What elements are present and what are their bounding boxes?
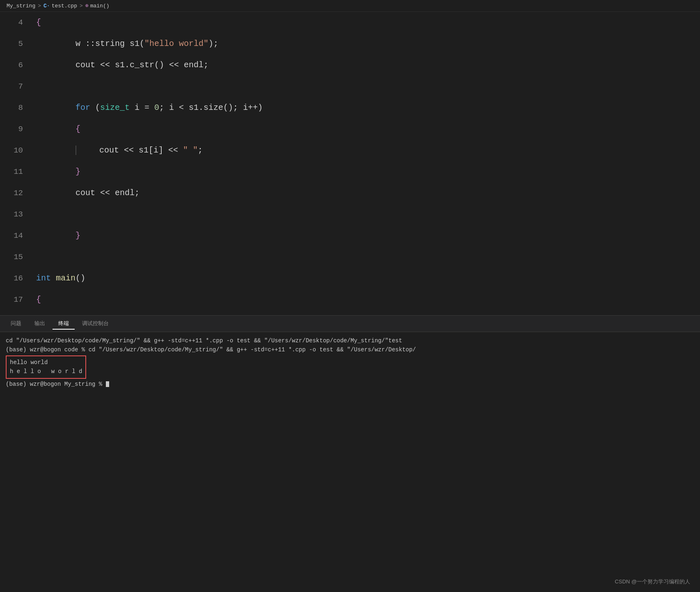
bottom-panel: 问题 输出 终端 调试控制台 cd "/Users/wzr/Desktop/co… bbox=[0, 315, 700, 455]
terminal-output-box: hello world h e l l o w o r l d bbox=[6, 355, 86, 379]
code-line-8: 8 for (size_t i = 0; i < s1.size(); i++) bbox=[0, 97, 700, 118]
terminal-output-line-1: hello world bbox=[10, 358, 82, 367]
tab-terminal[interactable]: 终端 bbox=[53, 318, 75, 330]
code-line-16: 16 int main() bbox=[0, 268, 700, 289]
breadcrumb: My_string > C· test.cpp > ⊕ main() bbox=[0, 0, 700, 12]
code-line-10: 10 cout << s1[i] << " "; bbox=[0, 140, 700, 161]
panel-tabs: 问题 输出 终端 调试控制台 bbox=[0, 316, 700, 332]
breadcrumb-sep1: > bbox=[38, 3, 41, 9]
code-line-6: 6 cout << s1.c_str() << endl; bbox=[0, 55, 700, 76]
breadcrumb-folder[interactable]: My_string bbox=[7, 3, 35, 9]
breadcrumb-symbol-icon: ⊕ bbox=[85, 2, 89, 9]
code-line-18: 18 test_string1(); bbox=[0, 310, 700, 315]
breadcrumb-cpp-icon: C· bbox=[43, 3, 50, 9]
terminal-line-1: cd "/Users/wzr/Desktop/code/My_string/" … bbox=[6, 336, 694, 345]
code-line-7: 7 bbox=[0, 76, 700, 97]
tab-output[interactable]: 输出 bbox=[29, 318, 51, 330]
code-editor[interactable]: 4 { 5 w ::string s1("hello world"); 6 co… bbox=[0, 12, 700, 315]
breadcrumb-file[interactable]: test.cpp bbox=[52, 3, 77, 9]
code-line-12: 12 cout << endl; bbox=[0, 182, 700, 204]
terminal-line-5: (base) wzr@bogon My_string % bbox=[6, 380, 694, 389]
code-line-17: 17 { bbox=[0, 289, 700, 310]
terminal-output-line-2: h e l l o w o r l d bbox=[10, 367, 82, 376]
terminal-content: cd "/Users/wzr/Desktop/code/My_string/" … bbox=[0, 332, 700, 455]
code-line-15: 15 bbox=[0, 246, 700, 268]
code-line-5: 5 w ::string s1("hello world"); bbox=[0, 33, 700, 55]
tab-debug-console[interactable]: 调试控制台 bbox=[76, 318, 114, 330]
code-line-9: 9 { bbox=[0, 118, 700, 140]
terminal-line-2: (base) wzr@bogon code % cd "/Users/wzr/D… bbox=[6, 345, 694, 354]
code-line-4: 4 { bbox=[0, 12, 700, 33]
tab-problems[interactable]: 问题 bbox=[5, 318, 27, 330]
breadcrumb-sep2: > bbox=[80, 3, 83, 9]
breadcrumb-symbol[interactable]: main() bbox=[90, 3, 110, 9]
code-line-14: 14 } bbox=[0, 225, 700, 246]
watermark: CSDN @一个努力学习编程的人 bbox=[615, 578, 690, 585]
code-line-11: 11 } bbox=[0, 161, 700, 182]
code-line-13: 13 bbox=[0, 204, 700, 225]
